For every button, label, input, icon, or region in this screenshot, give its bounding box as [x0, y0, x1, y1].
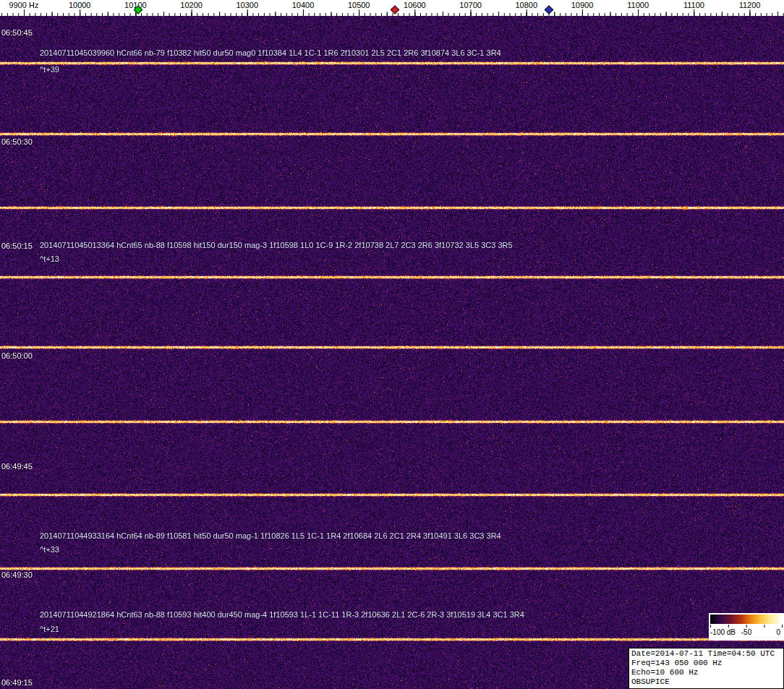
freq-tick-label: 10800 — [516, 1, 538, 9]
freq-tick-label: 11200 — [739, 1, 761, 9]
frequency-ruler[interactable]: 9900 Hz100001010010200103001040010500106… — [0, 0, 784, 16]
freq-tick-label: 10400 — [292, 1, 315, 9]
freq-tick-label: 10500 — [348, 1, 370, 9]
freq-tick-label: 10700 — [459, 1, 482, 9]
freq-tick-label: 10300 — [237, 1, 259, 9]
freq-tick-label: 10200 — [180, 1, 203, 9]
freq-tick-label: 10000 — [69, 1, 91, 9]
freq-tick-label: 10600 — [404, 1, 426, 9]
freq-tick-label: 11000 — [627, 1, 649, 9]
spectrogram-window: 9900 Hz100001010010200103001040010500106… — [0, 0, 784, 689]
freq-tick-label: 9900 Hz — [9, 1, 39, 9]
freq-tick-label: 11100 — [683, 1, 704, 9]
waterfall-spectrogram[interactable] — [0, 16, 784, 689]
freq-tick-label: 10900 — [571, 1, 594, 9]
